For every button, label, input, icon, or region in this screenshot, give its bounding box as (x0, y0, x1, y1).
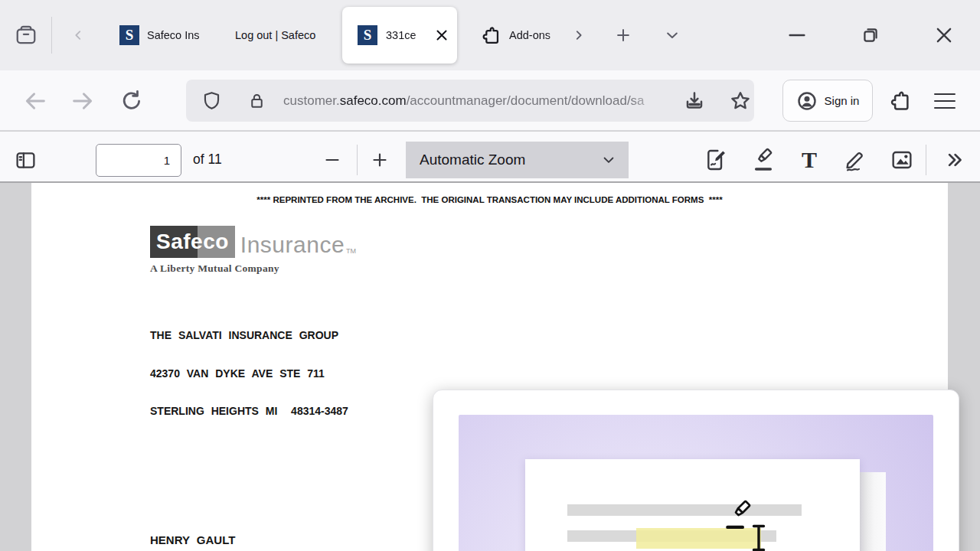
safeco-logo-word: Insurance (240, 233, 345, 256)
hamburger-icon (934, 93, 956, 109)
insured-line: HENRY GAULT (150, 533, 292, 547)
close-icon (933, 24, 956, 47)
text-placeholder-bar (567, 504, 802, 516)
app-menu-button[interactable] (928, 86, 962, 116)
illustration-back-page (860, 472, 886, 551)
firefox-view-icon (15, 24, 38, 47)
highlighter-tool-button[interactable] (746, 143, 781, 177)
draw-tool-button[interactable] (838, 143, 873, 177)
download-icon (683, 90, 706, 112)
zoom-level-value: Automatic Zoom (420, 152, 601, 168)
url-path: /accountmanager/document/download/sa (407, 93, 645, 108)
reload-icon (119, 89, 144, 113)
agency-line: 42370 VAN DYKE AVE STE 711 (150, 367, 348, 380)
forward-arrow-icon (70, 88, 96, 114)
scroll-tabs-left-button[interactable] (64, 21, 92, 49)
page-count-label: of 11 (193, 152, 222, 168)
bookmark-star-button[interactable] (727, 87, 754, 115)
trademark-label: TM (346, 247, 356, 255)
puzzle-icon (889, 90, 912, 112)
tab-close-button[interactable] (432, 25, 452, 45)
tab-title: 331ce (386, 29, 422, 41)
firefox-view-button[interactable] (6, 15, 46, 55)
archive-notice-text: **** REPRINTED FROM THE ARCHIVE. THE ORI… (31, 195, 948, 204)
close-icon (433, 27, 450, 44)
download-page-button[interactable] (681, 87, 708, 115)
safeco-favicon: S (358, 25, 377, 45)
safeco-logo: Safeco Insurance TM (150, 226, 356, 258)
minimize-icon (786, 24, 808, 47)
page-number-input[interactable] (96, 144, 181, 177)
url-bar[interactable]: customer.safeco.com/accountmanager/docum… (186, 80, 754, 122)
sign-in-label: Sign in (825, 94, 860, 107)
puzzle-icon (481, 25, 501, 46)
image-tool-button[interactable] (884, 143, 920, 177)
tab-bar: S Safeco Ins Log out | Safeco S 331ce Ad… (0, 0, 980, 70)
back-arrow-icon (22, 88, 48, 114)
scroll-tabs-right-button[interactable] (565, 21, 593, 49)
plus-icon (615, 27, 632, 44)
window-restore-button[interactable] (849, 14, 892, 57)
list-all-tabs-button[interactable] (658, 21, 686, 49)
toggle-sidebar-button[interactable] (9, 145, 41, 174)
toolbar-divider (926, 145, 926, 175)
more-tools-button[interactable] (937, 145, 972, 175)
safeco-favicon: S (119, 25, 139, 45)
window-close-button[interactable] (923, 14, 965, 57)
zoom-level-select[interactable]: Automatic Zoom (406, 142, 629, 178)
double-chevron-right-icon (943, 148, 966, 171)
tab-document-active[interactable]: S 331ce (342, 7, 457, 64)
url-text: customer.safeco.com/accountmanager/docum… (283, 93, 668, 109)
liberty-mutual-tagline: A Liberty Mutual Company (150, 262, 279, 275)
forward-button[interactable] (67, 86, 98, 116)
tab-logout-safeco[interactable]: Log out | Safeco (225, 6, 337, 64)
tab-title: Add-ons (509, 29, 559, 41)
back-button[interactable] (20, 86, 51, 116)
restore-icon (860, 24, 881, 46)
tab-safeco-insurance[interactable]: S Safeco Ins (104, 6, 225, 64)
navigation-toolbar: customer.safeco.com/accountmanager/docum… (0, 70, 980, 131)
agency-line: THE SALVATI INSURANCE GROUP (150, 329, 348, 342)
lock-icon[interactable] (247, 91, 266, 110)
chevron-right-icon (572, 28, 586, 42)
window-minimize-button[interactable] (776, 14, 818, 57)
url-subdomain: customer. (283, 93, 340, 108)
safeco-logo-box: Safeco (150, 226, 235, 258)
pdf-viewer-area[interactable]: **** REPRINTED FROM THE ARCHIVE. THE ORI… (0, 183, 980, 551)
highlighter-icon (751, 148, 776, 172)
text-icon: T (802, 148, 817, 171)
url-domain: safeco.com (340, 93, 407, 108)
minus-icon (323, 151, 341, 169)
zoom-out-button[interactable] (318, 146, 346, 174)
tab-title: Safeco Ins (147, 29, 213, 41)
sidebar-icon (15, 149, 37, 171)
chevron-down-icon (601, 152, 616, 168)
pdf-editing-promo-popup[interactable] (433, 390, 959, 551)
star-icon (729, 90, 752, 112)
pdf-viewer-toolbar: of 11 Automatic Zoom (0, 132, 980, 183)
insured-address-block: HENRY GAULT 33716 OTTO AVE FRASER MI 480… (150, 504, 292, 551)
pencil-icon (843, 148, 867, 172)
toolbar-divider (357, 145, 358, 175)
zoom-in-button[interactable] (366, 146, 394, 174)
tracking-shield-icon[interactable] (201, 90, 222, 111)
text-cursor-ibeam-icon (750, 523, 767, 551)
chevron-left-icon (71, 28, 85, 42)
tab-title: Log out | Safeco (235, 29, 327, 41)
agency-line: STERLING HEIGHTS MI 48314-3487 (150, 405, 348, 418)
text-tool-button[interactable]: T (792, 143, 827, 177)
plus-icon (371, 151, 389, 169)
extensions-button[interactable] (885, 86, 916, 116)
image-icon (890, 148, 914, 172)
reload-button[interactable] (116, 86, 147, 116)
agency-address-block: THE SALVATI INSURANCE GROUP 42370 VAN DY… (150, 304, 348, 443)
tab-addons[interactable]: Add-ons (469, 6, 559, 64)
account-icon (796, 90, 818, 112)
signature-icon (704, 148, 729, 172)
chevron-down-icon (665, 28, 680, 43)
illustration-document-page (525, 459, 860, 551)
sign-in-button[interactable]: Sign in (782, 80, 873, 122)
signature-tool-button[interactable] (699, 143, 734, 177)
tabbar-divider (51, 17, 52, 54)
new-tab-button[interactable] (609, 21, 637, 49)
